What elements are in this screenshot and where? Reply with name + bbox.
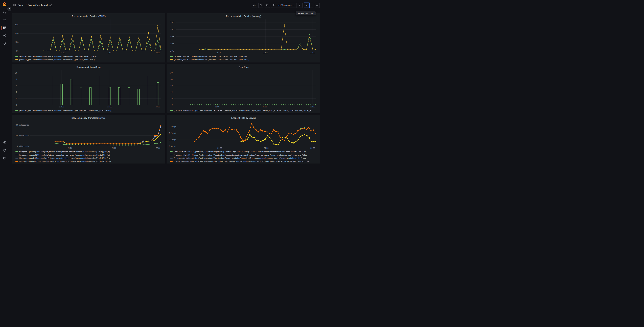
svg-text:21:50: 21:50 [59,106,64,108]
time-range-picker[interactable]: Last 15 minutes [271,3,296,8]
sidebar-item-starred[interactable] [0,16,9,24]
legend-item[interactable]: {exported_job="recommendationservice", i… [16,55,164,58]
breadcrumb-folder[interactable]: Demo [18,4,24,7]
legend-item[interactable]: {exported_job="recommendationservice", i… [16,58,164,61]
legend-swatch [170,56,172,57]
legend-swatch [170,154,172,155]
save-dashboard-button[interactable] [258,3,264,8]
panel-endpoint-rate: Endpoint Rate by Service21:5021:5522:000… [167,115,320,164]
legend-label: {exported_job="recommendationservice", i… [19,58,95,60]
help-icon [3,156,6,160]
svg-text:22:00: 22:00 [156,147,160,149]
legend-item[interactable]: {instance="otelcol:9464", job="otel", op… [170,154,318,156]
chart-memory[interactable]: 21:5021:5522:000 MB2 MB4 MB6 MB8 MB [169,18,318,54]
top-bar: Demo / Demo Dashboard Last 15 minutes [9,0,322,10]
svg-text:0: 0 [16,104,17,106]
svg-text:21:50: 21:50 [216,52,220,54]
svg-text:22:00: 22:00 [156,52,160,54]
panel-title-recommendations-count[interactable]: Recommendations Count [14,65,164,69]
legend-swatch [16,110,18,111]
legend-item[interactable]: histogram_quantile(0.99, sum(rate(latenc… [16,156,164,160]
svg-text:21:55: 21:55 [263,52,268,54]
svg-text:60: 60 [170,84,172,86]
legend-swatch [16,152,18,152]
sidebar-item-configuration[interactable] [0,147,9,154]
svg-text:0.0 req/s: 0.0 req/s [169,145,176,147]
sign-in-icon [3,141,6,145]
legend-item[interactable]: {instance="otelcol:9464", job="otel", op… [170,156,318,160]
legend-swatch [16,158,18,158]
time-picker-group: Last 15 minutes [271,3,302,8]
breadcrumb: Demo / Demo Dashboard [13,4,52,7]
svg-text:2: 2 [16,97,17,100]
legend-swatch [16,59,18,60]
legend-item[interactable]: {exported_job="recommendationservice", i… [170,55,318,58]
dashboard-toolbar: Last 15 minutes [252,3,322,8]
legend-item[interactable]: {instance="otelcol:9464", job="otel", op… [170,109,318,112]
chart-endpoint-rate[interactable]: 21:5021:5522:000.0 req/s0.1 req/s0.2 req… [169,120,318,150]
sidebar-item-dashboards[interactable] [0,24,9,32]
chart-cpu[interactable]: 21:5021:5522:000%10%20%30% [14,18,164,54]
zoom-out-time-button[interactable] [296,3,302,8]
svg-text:80: 80 [170,78,172,80]
legend-item[interactable]: {instance="otelcol:9464", job="otel", op… [170,150,318,154]
svg-text:21:55: 21:55 [108,106,112,108]
svg-text:21:50: 21:50 [60,52,65,54]
sidebar-item-sign-in[interactable] [0,139,9,147]
legend-label: {exported_job="recommendationservice", i… [174,56,248,58]
legend-item[interactable]: {exported_job="recommendationservice", i… [170,58,318,61]
sidebar-item-alerting[interactable] [0,40,9,47]
refresh-tooltip: Refresh dashboard [296,12,316,16]
legend-item[interactable]: {exported_job="recommendationservice", i… [16,109,164,112]
add-panel-button[interactable] [252,3,257,8]
legend-label: {instance="otelcol:9464", job="otel", op… [174,160,309,162]
time-range-label: Last 15 minutes [277,4,292,6]
legend-swatch [170,152,172,152]
clock-icon [273,4,276,7]
svg-text:400 milliseconds: 400 milliseconds [15,124,29,126]
legend-label: {instance="otelcol:9464", job="otel", op… [174,157,306,159]
breadcrumb-separator: / [26,4,26,7]
share-icon[interactable] [49,4,52,7]
panel-title-cpu[interactable]: Recommendation Service (CPU%) [14,14,164,18]
svg-text:22:00: 22:00 [310,106,315,108]
legend-item[interactable]: histogram_quantile(0.50, sum(rate(latenc… [16,150,164,154]
svg-text:0.2 req/s: 0.2 req/s [169,132,176,134]
legend-cpu: {exported_job="recommendationservice", i… [14,55,164,61]
chevron-down-icon [292,4,295,6]
svg-text:2 MB: 2 MB [170,43,174,45]
legend-swatch [170,161,172,162]
chart-service-latency[interactable]: 21:5021:5522:000 milliseconds200 millise… [14,120,164,150]
legend-swatch [170,110,172,111]
chart-recommendations-count[interactable]: 21:5021:5522:000246810 [14,69,164,108]
refresh-interval-caret[interactable] [310,3,313,8]
svg-text:200 milliseconds: 200 milliseconds [15,134,29,136]
breadcrumb-dashboard: Demo Dashboard [28,4,48,7]
panel-title-error-rate[interactable]: Error Rate [169,65,318,69]
sidebar-item-explore[interactable] [0,32,9,40]
refresh-dashboard-button[interactable] [304,3,310,8]
sidebar-expand-button[interactable] [7,7,12,11]
svg-text:22:00: 22:00 [310,52,315,54]
svg-text:21:55: 21:55 [262,106,267,108]
chevron-down-icon [310,4,312,7]
chart-error-rate[interactable]: 21:5021:5522:00020406080100 [169,69,318,108]
panel-title-service-latency[interactable]: Service Latency (from SpanMetrics) [14,116,164,120]
legend-service-latency: histogram_quantile(0.50, sum(rate(latenc… [14,150,164,163]
legend-endpoint-rate: {instance="otelcol:9464", job="otel", op… [169,150,318,163]
chevron-right-icon [8,8,10,10]
dashboard-settings-button[interactable] [265,3,270,8]
legend-item[interactable]: histogram_quantile(0.95, sum(rate(latenc… [16,154,164,156]
refresh-icon [306,4,308,7]
legend-label: histogram_quantile(0.99, sum(rate(latenc… [19,157,110,159]
sidebar-item-help[interactable] [0,154,9,162]
panel-cpu: Recommendation Service (CPU%)21:5021:552… [12,13,165,62]
svg-text:20: 20 [170,97,172,100]
legend-label: histogram_quantile(0.999, sum(rate(laten… [19,160,112,162]
legend-item[interactable]: histogram_quantile(0.999, sum(rate(laten… [16,160,164,163]
panel-title-endpoint-rate[interactable]: Endpoint Rate by Service [169,116,318,120]
svg-text:20%: 20% [15,32,18,34]
cycle-view-mode-button[interactable] [314,3,320,8]
legend-item[interactable]: {instance="otelcol:9464", job="otel", op… [170,160,318,163]
monitor-icon [316,4,319,7]
